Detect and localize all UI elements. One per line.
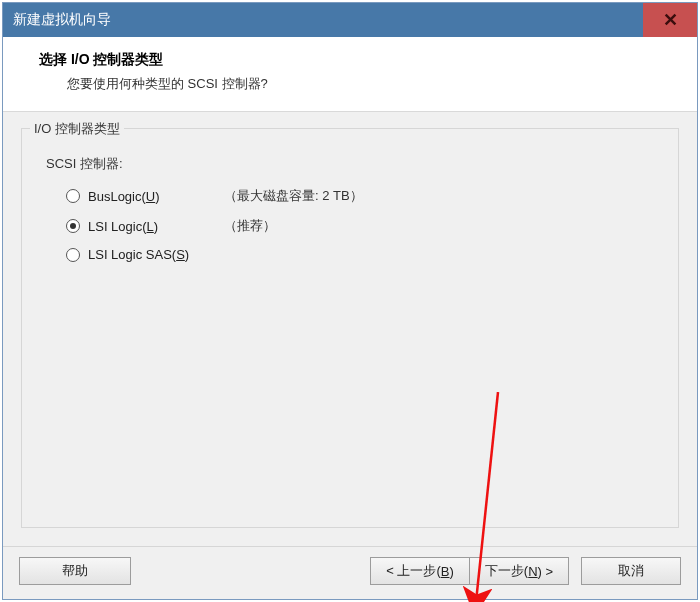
radio-note: （推荐） [224,217,276,235]
cancel-button[interactable]: 取消 [581,557,681,585]
radio-icon [66,248,80,262]
wizard-content: I/O 控制器类型 SCSI 控制器: BusLogic(U) （最大磁盘容量:… [3,112,697,546]
page-subtitle: 您要使用何种类型的 SCSI 控制器? [39,75,677,93]
radio-icon [66,189,80,203]
radio-label: BusLogic(U) [88,189,218,204]
scsi-controller-label: SCSI 控制器: [46,155,660,173]
radio-icon [66,219,80,233]
radio-label: LSI Logic(L) [88,219,218,234]
window-title: 新建虚拟机向导 [13,11,111,29]
radio-label: LSI Logic SAS(S) [88,247,218,262]
page-title: 选择 I/O 控制器类型 [39,51,677,69]
radio-option-buslogic[interactable]: BusLogic(U) （最大磁盘容量: 2 TB） [66,187,660,205]
close-button[interactable]: ✕ [643,3,697,37]
radio-option-lsilogic[interactable]: LSI Logic(L) （推荐） [66,217,660,235]
next-button[interactable]: 下一步(N) > [469,557,569,585]
wizard-header: 选择 I/O 控制器类型 您要使用何种类型的 SCSI 控制器? [3,37,697,112]
back-button[interactable]: < 上一步(B) [370,557,470,585]
controller-type-group: I/O 控制器类型 SCSI 控制器: BusLogic(U) （最大磁盘容量:… [21,128,679,528]
radio-note: （最大磁盘容量: 2 TB） [224,187,363,205]
help-button[interactable]: 帮助 [19,557,131,585]
close-icon: ✕ [663,9,678,31]
wizard-button-bar: 帮助 < 上一步(B) 下一步(N) > 取消 [3,546,697,599]
radio-option-lsilogic-sas[interactable]: LSI Logic SAS(S) [66,247,660,262]
title-bar: 新建虚拟机向导 ✕ [3,3,697,37]
group-legend: I/O 控制器类型 [30,120,124,138]
wizard-window: 新建虚拟机向导 ✕ 选择 I/O 控制器类型 您要使用何种类型的 SCSI 控制… [2,2,698,600]
